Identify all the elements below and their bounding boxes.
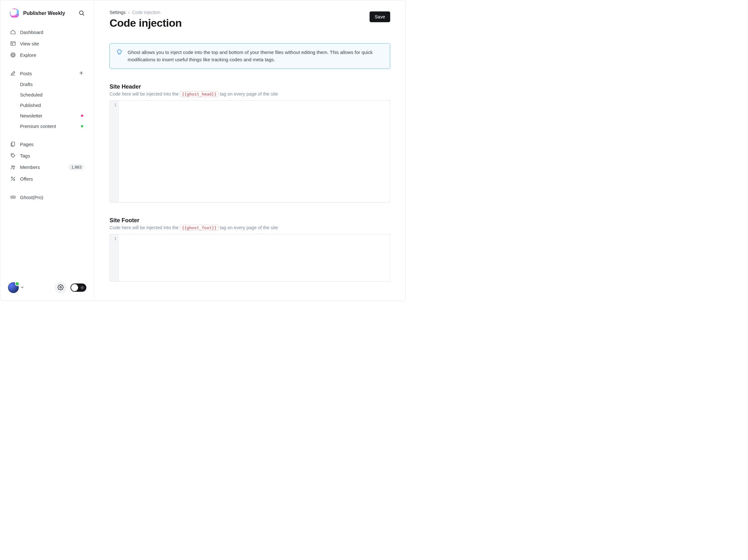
svg-point-20	[60, 286, 62, 288]
avatar	[8, 282, 19, 293]
main-header: Settings › Code injection Code injection…	[110, 10, 390, 29]
svg-rect-17	[11, 196, 15, 199]
pages-icon	[10, 141, 16, 147]
site-logo[interactable]	[10, 8, 19, 18]
svg-point-11	[12, 154, 13, 155]
sidebar-item-published[interactable]: Published	[6, 100, 88, 111]
info-banner: Ghost allows you to inject code into the…	[110, 43, 390, 69]
breadcrumb-root[interactable]: Settings	[110, 10, 126, 15]
nav-group-posts: Posts Drafts Scheduled Published Newslet…	[0, 66, 94, 137]
svg-point-16	[14, 179, 15, 181]
members-count-badge: 1,863	[68, 164, 85, 170]
svg-point-21	[81, 287, 83, 288]
search-icon	[78, 10, 85, 17]
sidebar-item-label: Newsletter	[20, 113, 43, 118]
plus-icon	[78, 70, 84, 77]
editor-content[interactable]	[119, 234, 390, 281]
sidebar-item-label: Offers	[20, 176, 33, 182]
sidebar-item-view-site[interactable]: View site	[6, 38, 88, 49]
sidebar-item-offers[interactable]: Offers	[6, 173, 88, 184]
sun-icon	[80, 285, 85, 290]
site-title[interactable]: Publisher Weekly	[23, 10, 74, 16]
sidebar-item-newsletter[interactable]: Newsletter	[6, 111, 88, 121]
sidebar-item-label: Explore	[20, 52, 36, 58]
sidebar-item-posts[interactable]: Posts	[6, 68, 88, 79]
svg-line-28	[81, 288, 81, 289]
sidebar-item-pages[interactable]: Pages	[6, 138, 88, 150]
section-title: Site Footer	[110, 217, 390, 224]
sidebar-item-ghostpro[interactable]: Ghost(Pro)	[6, 191, 88, 203]
toggle-knob	[71, 284, 78, 291]
chevron-down-icon	[20, 285, 24, 290]
sidebar-item-tags[interactable]: Tags	[6, 150, 88, 161]
info-text: Ghost allows you to inject code into the…	[127, 49, 383, 64]
sidebar-item-label: Members	[20, 164, 40, 170]
settings-button[interactable]	[54, 282, 67, 294]
svg-line-29	[83, 286, 84, 287]
sidebar-item-label: Tags	[20, 153, 30, 158]
sidebar-item-label: Ghost(Pro)	[20, 194, 43, 200]
tag-icon	[10, 153, 16, 159]
sidebar-item-label: Drafts	[20, 81, 33, 87]
breadcrumb-current: Code injection	[132, 10, 160, 15]
ghost-head-tag: {{ghost_head}}	[180, 91, 219, 97]
sidebar-item-premium-content[interactable]: Premium content	[6, 121, 88, 132]
svg-line-1	[83, 14, 84, 15]
gear-icon	[57, 284, 64, 291]
main-content: Settings › Code injection Code injection…	[94, 0, 405, 301]
home-icon	[10, 29, 16, 35]
nav-group-ghostpro: Ghost(Pro)	[0, 190, 94, 209]
sidebar-item-scheduled[interactable]: Scheduled	[6, 90, 88, 100]
svg-point-18	[12, 197, 13, 197]
svg-line-14	[11, 177, 15, 181]
search-button[interactable]	[78, 10, 85, 17]
user-menu-button[interactable]	[8, 282, 24, 293]
site-footer-section: Site Footer Code here will be injected i…	[110, 217, 390, 282]
site-header-editor[interactable]: 1	[110, 100, 390, 203]
site-footer-editor[interactable]: 1	[110, 234, 390, 282]
nav-group-manage: Pages Tags Members 1,863 Offers	[0, 137, 94, 190]
svg-point-13	[14, 166, 15, 167]
sidebar-item-explore[interactable]: Explore	[6, 49, 88, 61]
sidebar-footer	[0, 282, 94, 295]
svg-point-12	[12, 165, 13, 167]
save-button[interactable]: Save	[370, 11, 390, 22]
percent-icon	[10, 176, 16, 182]
new-post-button[interactable]	[78, 70, 85, 76]
editor-content[interactable]	[119, 101, 390, 202]
editor-gutter: 1	[110, 101, 119, 202]
edit-icon	[10, 70, 16, 76]
sidebar-item-label: Scheduled	[20, 92, 43, 97]
sidebar-item-label: Posts	[20, 71, 32, 76]
chevron-right-icon: ›	[128, 10, 130, 15]
svg-point-19	[13, 197, 14, 197]
status-dot-icon	[81, 125, 83, 127]
sidebar-item-label: Premium content	[20, 123, 56, 129]
section-title: Site Header	[110, 84, 390, 90]
site-header-section: Site Header Code here will be injected i…	[110, 84, 390, 203]
status-dot-icon	[81, 115, 83, 117]
sidebar-item-label: View site	[20, 41, 39, 46]
members-icon	[10, 164, 16, 170]
sidebar-header: Publisher Weekly	[0, 8, 94, 25]
breadcrumb: Settings › Code injection	[110, 10, 182, 15]
page-title: Code injection	[110, 17, 182, 29]
sidebar-item-members[interactable]: Members 1,863	[6, 161, 88, 173]
layout-icon	[10, 40, 16, 47]
sidebar-item-dashboard[interactable]: Dashboard	[6, 26, 88, 38]
nav-group-main: Dashboard View site Explore	[0, 25, 94, 66]
svg-line-27	[83, 288, 84, 289]
sidebar-item-label: Published	[20, 102, 41, 108]
svg-rect-10	[12, 142, 15, 146]
svg-rect-2	[11, 42, 15, 45]
sidebar-item-drafts[interactable]: Drafts	[6, 79, 88, 90]
svg-line-32	[122, 51, 122, 51]
globe-icon	[10, 52, 16, 58]
svg-line-26	[81, 286, 81, 287]
theme-toggle[interactable]	[70, 283, 86, 292]
sidebar-item-label: Dashboard	[20, 29, 43, 35]
svg-point-15	[11, 177, 13, 178]
card-icon	[10, 194, 16, 200]
ghost-foot-tag: {{ghost_foot}}	[180, 225, 219, 231]
sidebar: Publisher Weekly Dashboard View site Exp…	[0, 0, 94, 301]
